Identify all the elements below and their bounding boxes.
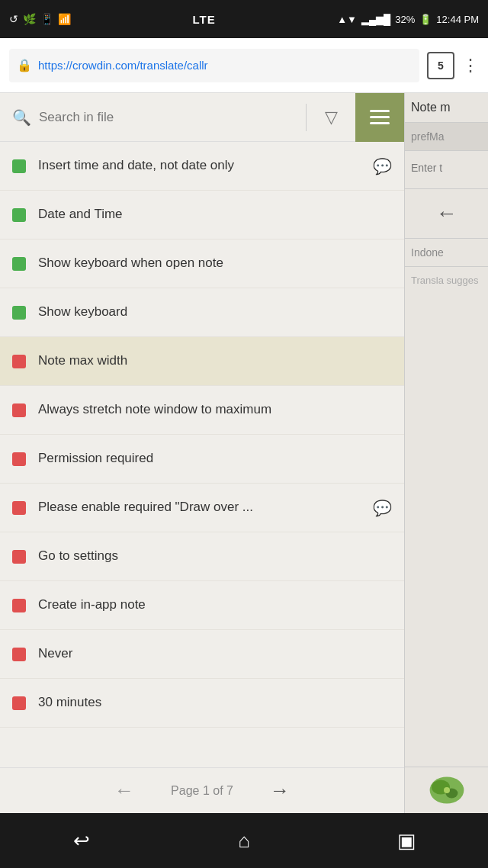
status-dot-green [12, 159, 26, 173]
right-panel-pref-label: prefMa [405, 123, 488, 151]
list-item[interactable]: Always stretch note window to maximum [0, 386, 404, 435]
right-language: Indone [405, 239, 488, 267]
list-item-selected[interactable]: Note max width [0, 337, 404, 386]
back-arrow-icon: ← [405, 189, 488, 239]
battery-percent: 32% [395, 14, 415, 25]
pagination: ← Page 1 of 7 → [0, 767, 404, 813]
status-dot-red [12, 452, 26, 466]
status-left-icons: ↺ 🌿 📱 📶 [9, 13, 71, 25]
right-panel-enter-label: Enter t [405, 151, 488, 189]
search-input[interactable] [39, 110, 294, 125]
url-container[interactable]: 🔒 https://crowdin.com/translate/callr [9, 49, 419, 82]
status-bar: ↺ 🌿 📱 📶 LTE ▲▼ ▂▄▆█ 32% 🔋 12:44 PM [0, 0, 488, 38]
eco-icon: 🌿 [23, 13, 36, 25]
lock-icon: 🔒 [17, 58, 32, 72]
item-text: Please enable required "Draw over ... [38, 499, 365, 516]
item-text: Always stretch note window to maximum [38, 401, 392, 418]
search-input-area[interactable]: 🔍 [0, 108, 306, 127]
item-text: Insert time and date, not date only [38, 157, 365, 174]
list-item[interactable]: Go to settings [0, 532, 404, 581]
filter-button[interactable]: ▽ [307, 93, 355, 142]
list-item[interactable]: 30 minutes [0, 679, 404, 728]
hamburger-icon [370, 110, 390, 124]
prev-page-button[interactable]: ← [108, 776, 140, 805]
status-dot-red [12, 403, 26, 417]
right-translate-area: Transla sugges [405, 267, 488, 767]
item-text: Date and Time [38, 206, 392, 223]
next-page-button[interactable]: → [264, 776, 296, 805]
sync-icon: ↺ [9, 13, 18, 25]
comment-icon: 💬 [373, 499, 392, 517]
status-dot-red [12, 648, 26, 661]
status-dot-red [12, 355, 26, 368]
status-dot-green [12, 257, 26, 271]
status-dot-red [12, 599, 26, 612]
status-dot-red [12, 696, 26, 710]
signal-arrows: ▲▼ [337, 14, 357, 25]
browser-menu-button[interactable]: ⋮ [462, 56, 479, 76]
item-text: Go to settings [38, 548, 392, 564]
status-dot-green [12, 208, 26, 222]
bottom-nav: ↩ ⌂ ▣ [0, 813, 488, 868]
tab-count[interactable]: 5 [427, 52, 454, 79]
status-dot-green [12, 306, 26, 320]
status-dot-red [12, 550, 26, 564]
url-text: https://crowdin.com/translate/callr [38, 59, 412, 72]
status-right-info: ▲▼ ▂▄▆█ 32% 🔋 12:44 PM [337, 14, 479, 25]
back-button[interactable]: ↩ [59, 821, 104, 860]
right-panel: Note m prefMa Enter t ← Indone Transla s… [404, 93, 488, 813]
item-text: Show keyboard when open note [38, 255, 392, 272]
recent-apps-button[interactable]: ▣ [384, 821, 429, 860]
search-icon: 🔍 [12, 108, 31, 127]
list-item[interactable]: Create in-app note [0, 581, 404, 630]
list-item[interactable]: Never [0, 630, 404, 679]
item-text: Show keyboard [38, 304, 392, 320]
item-text: Permission required [38, 450, 392, 467]
list-item[interactable]: Insert time and date, not date only 💬 [0, 142, 404, 191]
right-panel-note-label: Note m [405, 93, 488, 123]
list-item[interactable]: Please enable required "Draw over ... 💬 [0, 484, 404, 532]
page-info: Page 1 of 7 [171, 784, 233, 798]
main-content: 🔍 ▽ Insert time and date, not date only [0, 93, 488, 813]
battery-icon: 🔋 [419, 14, 432, 25]
filter-icon: ▽ [325, 108, 338, 127]
item-text: 30 minutes [38, 694, 392, 711]
list-item[interactable]: Permission required [0, 435, 404, 484]
item-text: Create in-app note [38, 596, 392, 613]
list-item[interactable]: Date and Time [0, 191, 404, 240]
address-bar: 🔒 https://crowdin.com/translate/callr 5 … [0, 38, 488, 93]
radio-icon: 📶 [58, 13, 71, 25]
whatsapp-icon: 📱 [40, 13, 53, 25]
item-text: Never [38, 645, 392, 662]
crowdin-logo-area [405, 767, 488, 813]
status-dot-red [12, 501, 26, 515]
crowdin-logo [428, 775, 466, 805]
time-display: 12:44 PM [436, 14, 479, 25]
list-item[interactable]: Show keyboard when open note [0, 240, 404, 288]
left-panel: 🔍 ▽ Insert time and date, not date only [0, 93, 404, 813]
item-text: Note max width [38, 352, 392, 369]
list-item[interactable]: Show keyboard [0, 288, 404, 337]
svg-point-3 [444, 787, 450, 793]
network-type: LTE [192, 13, 215, 26]
hamburger-menu-button[interactable] [355, 93, 404, 142]
signal-bars: ▂▄▆█ [361, 14, 390, 25]
items-list: Insert time and date, not date only 💬 Da… [0, 142, 404, 767]
home-button[interactable]: ⌂ [221, 821, 267, 860]
search-bar: 🔍 ▽ [0, 93, 404, 142]
comment-icon: 💬 [373, 157, 392, 175]
